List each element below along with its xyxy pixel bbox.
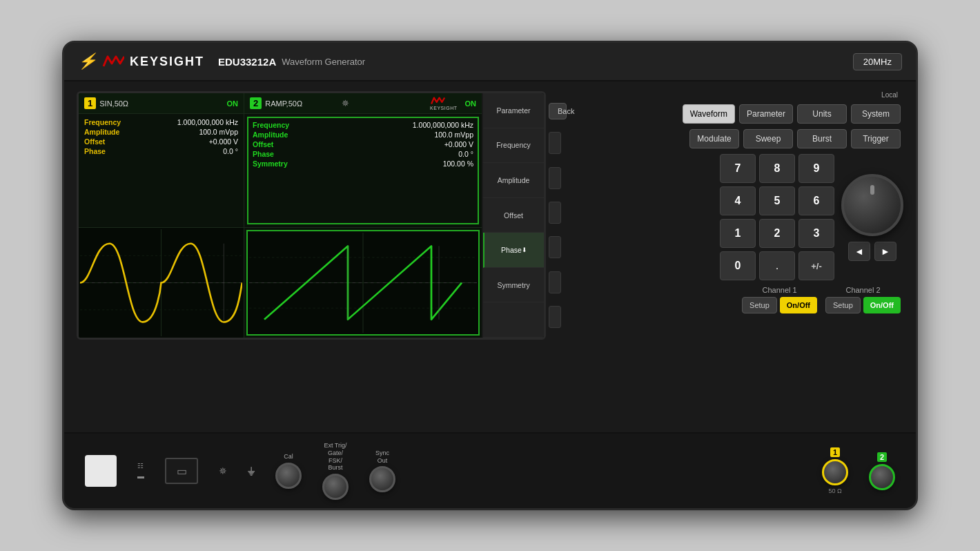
ch2-output-connector: 2 [869,452,895,490]
ch1-onoff-btn[interactable]: On/Off [780,297,817,313]
ch2-param-1: Amplitude 100.0 mVpp [253,130,473,139]
side-btn-5[interactable] [549,271,561,293]
side-btn-4[interactable] [549,236,561,258]
ch2-param-0: Frequency 1.000,000,000 kHz [253,121,473,129]
sk-offset[interactable]: Offset [483,198,544,233]
ch1-param-2: Offset +0.000 V [84,137,238,146]
top-bar: ⚡ KEYSIGHT EDU33212A Waveform Generator … [64,43,916,81]
controls-panel: Local Waveform Parameter Units System Mo… [574,91,903,425]
key-6[interactable]: 6 [798,186,834,215]
sk-frequency[interactable]: Frequency [483,128,544,164]
btn-waveform[interactable]: Waveform [683,104,735,124]
ch2-param-value-4: 100.00 % [443,160,473,168]
ch2-header: 2 RAMP,50Ω ✵ KEYSIGHT ON [244,93,482,113]
ch1-buttons: Setup On/Off [742,297,817,313]
ch1-param-0: Frequency 1.000,000,000 kHz [84,118,238,126]
ch2-output-bnc [869,464,895,490]
ch1-status: ON [227,99,239,108]
ch1-group: Channel 1 Setup On/Off [742,286,817,313]
btn-burst[interactable]: Burst [797,129,847,148]
sk-symmetry[interactable]: Symmetry [483,268,544,303]
key-7[interactable]: 7 [720,154,756,183]
key-8[interactable]: 8 [759,154,795,183]
key-9[interactable]: 9 [798,154,834,183]
ch2-group: Channel 2 Setup On/Off [825,286,901,313]
ch1-setup-btn[interactable]: Setup [742,297,777,313]
instrument-main-body: 1 SIN,50Ω ON 2 RAMP,50Ω ✵ [64,81,916,432]
cal-bnc [275,463,302,489]
ch2-param-label-0: Frequency [253,121,289,129]
channel-header-row: 1 SIN,50Ω ON 2 RAMP,50Ω ✵ [79,93,482,114]
local-label: Local [881,91,898,99]
usb-icon: ✵ [342,98,349,108]
ch2-param-3: Phase 0.0 ° [253,150,473,158]
ch1-param-3: Phase 0.0 ° [84,147,238,155]
ch2-status: ON [465,99,477,108]
btn-sweep[interactable]: Sweep [743,129,793,148]
key-3[interactable]: 3 [798,219,834,248]
sync-out-connector: SyncOut [369,450,395,493]
sk-parameter[interactable]: Parameter [483,93,544,128]
ch2-params-inner: Frequency 1.000,000,000 kHz Amplitude 10… [247,117,479,224]
ch2-param-label-2: Offset [253,140,273,148]
ch2-param-4: Symmetry 100.00 % [253,160,473,168]
key-dot[interactable]: . [759,251,795,280]
model-name: EDU33212A [218,56,276,68]
keysight-logo-icon [102,54,124,69]
ch1-param-label-3: Phase [84,147,106,155]
btn-system[interactable]: System [851,104,901,124]
usb-type-a-port[interactable]: ▭ [165,458,198,484]
ch2-buttons: Setup On/Off [825,297,901,313]
ext-trig-bnc [322,474,349,500]
function-row-2: Modulate Sweep Burst Trigger [574,129,903,148]
screen-main: 1 SIN,50Ω ON 2 RAMP,50Ω ✵ [79,93,482,338]
io-port-icons: ☷ ▬ [137,462,144,480]
key-2[interactable]: 2 [759,219,795,248]
btn-modulate[interactable]: Modulate [689,129,739,148]
ext-trig-connector: Ext Trig/Gate/FSK/Burst [322,442,349,500]
side-btn-6[interactable] [549,306,561,328]
arrow-left-btn[interactable]: ◄ [848,242,870,261]
ch2-param-2: Offset +0.000 V [253,140,473,148]
arrow-right-btn[interactable]: ► [874,242,896,261]
back-button[interactable]: Back [549,103,567,119]
function-row-1: Waveform Parameter Units System [574,104,903,124]
ch2-type: RAMP,50Ω [265,99,302,108]
key-1[interactable]: 1 [720,219,756,248]
keysight-screen-logo: KEYSIGHT [430,96,457,110]
waveform-display-row [79,227,482,338]
ch1-label: Channel 1 [762,286,796,294]
ch2-param-value-1: 100.0 mVpp [434,130,473,139]
ch2-setup-btn[interactable]: Setup [825,297,861,313]
sk-amplitude[interactable]: Amplitude [483,163,544,198]
knob-area: ◄ ► [841,154,903,280]
ch1-param-label-2: Offset [84,137,105,146]
sync-out-label: SyncOut [375,450,389,465]
ch2-param-label-4: Symmetry [253,160,288,168]
numpad: 7 8 9 4 5 6 1 2 3 0 . +/- [720,154,834,280]
ch2-waveform [246,230,480,336]
btn-units[interactable]: Units [797,104,847,124]
usb-port-symbol: ▭ [177,465,187,478]
key-0[interactable]: 0 [720,251,756,280]
ch2-onoff-btn[interactable]: On/Off [863,297,901,313]
btn-trigger[interactable]: Trigger [851,129,901,148]
sk-empty [483,302,544,338]
ch1-param-value-0: 1.000,000,000 kHz [177,118,238,126]
rotary-knob[interactable] [841,174,903,236]
key-4[interactable]: 4 [720,186,756,215]
lan-icon: ☷ [137,462,144,470]
instrument-description: Waveform Generator [282,57,365,67]
side-btn-1[interactable] [549,132,561,154]
key-5[interactable]: 5 [759,186,795,215]
side-btn-2[interactable] [549,167,561,189]
key-plusminus[interactable]: +/- [798,251,834,280]
softkey-panel: Parameter Frequency Amplitude Offset Pha… [482,93,544,338]
btn-parameter[interactable]: Parameter [739,104,793,124]
side-btn-3[interactable] [549,202,561,224]
ks-logo-icon [430,96,445,106]
ch2-param-label-3: Phase [253,150,274,158]
sk-phase[interactable]: Phase⬇ [483,233,544,268]
power-button[interactable] [85,455,117,487]
brand-logo: ⚡ KEYSIGHT [78,52,204,70]
